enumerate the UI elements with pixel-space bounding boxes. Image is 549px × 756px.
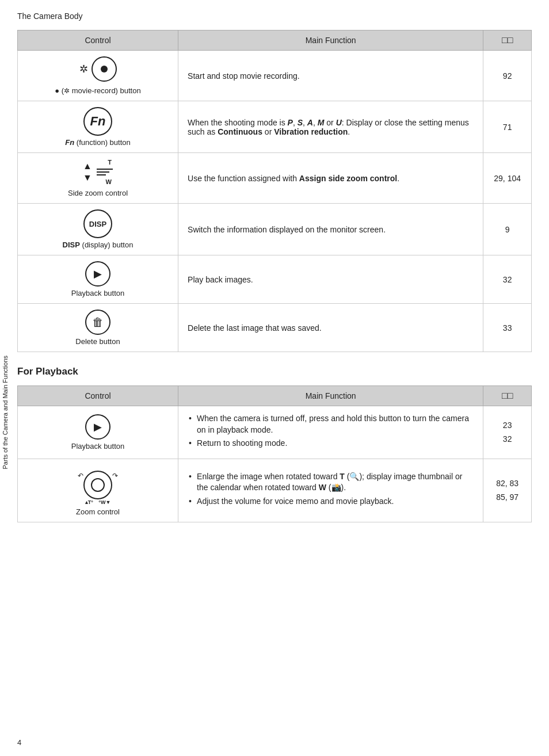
control-cell: ▶ Playback button bbox=[18, 406, 178, 459]
disp-label: DISP (display) button bbox=[25, 240, 171, 249]
function-text: Switch the information displayed on the … bbox=[188, 225, 386, 234]
zoom-w-label: °W▼ bbox=[98, 499, 110, 505]
table-row: ▶ Playback button Play back images. 32 bbox=[18, 255, 532, 304]
ref-val2: 85, 97 bbox=[496, 492, 518, 502]
control-cell: ▲ ▼ T W bbox=[18, 153, 178, 204]
delete-circle-icon: 🗑 bbox=[85, 310, 110, 335]
table-row: DISP DISP (display) button Switch the in… bbox=[18, 204, 532, 255]
fn-button-icon-group: Fn Fn (function) button bbox=[25, 107, 171, 147]
playback-button-icon-group: ▶ Playback button bbox=[25, 261, 171, 297]
function-text: Start and stop movie recording. bbox=[188, 71, 300, 81]
book-icon: □□ bbox=[502, 35, 513, 45]
ref-cell: 29, 104 bbox=[483, 153, 532, 204]
zoom-inner-ring bbox=[91, 478, 105, 492]
movie-record-button-icon bbox=[92, 56, 117, 82]
ref-val1: 23 bbox=[503, 421, 512, 430]
delete-label: Delete button bbox=[25, 337, 171, 346]
disp-circle-icon: DISP bbox=[83, 209, 112, 238]
ref-pair2: 82, 83 85, 97 bbox=[490, 479, 524, 502]
movie-record-label: ● (✲ movie-record) button bbox=[55, 86, 140, 95]
zoom-lines: T W bbox=[97, 159, 113, 185]
table-row: ▲ ▼ T W bbox=[18, 153, 532, 204]
col-header-function: Main Function bbox=[178, 30, 483, 51]
playback-button2-icon-group: ▶ Playback button bbox=[25, 414, 171, 450]
zoom-line-1 bbox=[97, 169, 113, 170]
col-header-control: Control bbox=[18, 30, 178, 51]
function-cell: Use the function assigned with Assign si… bbox=[178, 153, 483, 204]
zoom-ring-container: ↶ ↷ ▴T° °W▼ bbox=[78, 465, 118, 505]
zoom-line-3 bbox=[97, 174, 106, 175]
fn-circle-icon: Fn bbox=[83, 107, 112, 136]
page-title: The Camera Body bbox=[17, 12, 532, 21]
play-circle-icon2: ▶ bbox=[85, 414, 110, 440]
control-cell: DISP DISP (display) button bbox=[18, 204, 178, 255]
disp-button-icon-group: DISP DISP (display) button bbox=[25, 209, 171, 249]
function-cell: Enlarge the image when rotated toward T … bbox=[178, 459, 483, 522]
ref-cell: 9 bbox=[483, 204, 532, 255]
col-header-control2: Control bbox=[18, 386, 178, 406]
playback-bullet-list: When the camera is turned off, press and… bbox=[188, 413, 474, 449]
zoom-arrows-container: ▲ ▼ T W bbox=[83, 159, 113, 185]
for-playback-heading: For Playback bbox=[17, 366, 532, 377]
function-cell: Start and stop movie recording. bbox=[178, 51, 483, 101]
table-row: ✲ ● (✲ movie-record) button Start and st… bbox=[18, 51, 532, 101]
function-cell: When the shooting mode is P, S, A, M or … bbox=[178, 101, 483, 153]
zoom-line-2 bbox=[97, 171, 109, 173]
ref-pair: 23 32 bbox=[490, 421, 524, 444]
zoom-arrows: ▲ ▼ bbox=[83, 161, 92, 183]
zoom-t-label: ▴T° bbox=[85, 499, 93, 505]
down-arrow: ▼ bbox=[83, 173, 92, 183]
zoom-control2-icon-group: ↶ ↷ ▴T° °W▼ Zoom control bbox=[25, 465, 171, 516]
zoom-bullet-list: Enlarge the image when rotated toward T … bbox=[188, 471, 474, 507]
function-cell: Play back images. bbox=[178, 255, 483, 304]
function-cell: Delete the last image that was saved. bbox=[178, 304, 483, 352]
function-text: Play back images. bbox=[188, 275, 253, 284]
table-row: ▶ Playback button When the camera is tur… bbox=[18, 406, 532, 459]
control-cell: 🗑 Delete button bbox=[18, 304, 178, 352]
zoom-control-icon-group: ▲ ▼ T W bbox=[25, 159, 171, 197]
playback-table: Control Main Function □□ ▶ Playback butt… bbox=[17, 385, 532, 522]
ref-cell: 82, 83 85, 97 bbox=[483, 459, 532, 522]
function-cell: Switch the information displayed on the … bbox=[178, 204, 483, 255]
fn-label: Fn (function) button bbox=[25, 138, 171, 147]
sidebar-label: Parts of the Camera and Main Functions bbox=[0, 69, 10, 756]
movie-record-icon-group: ✲ ● (✲ movie-record) button bbox=[25, 56, 171, 95]
book-icon2: □□ bbox=[502, 391, 513, 400]
zoom-curve-arrow-right: ↷ bbox=[112, 472, 118, 480]
camera-body-table: Control Main Function □□ ✲ ● (✲ movie bbox=[17, 30, 532, 352]
ref-cell: 32 bbox=[483, 255, 532, 304]
table-row: ↶ ↷ ▴T° °W▼ Zoom control bbox=[18, 459, 532, 522]
playback-label: Playback button bbox=[25, 289, 171, 297]
zoom-tw-bottom: ▴T° °W▼ bbox=[78, 499, 118, 505]
page-number: 4 bbox=[17, 738, 21, 747]
delete-button-icon-group: 🗑 Delete button bbox=[25, 310, 171, 346]
record-dot bbox=[101, 66, 108, 72]
ref-val2: 32 bbox=[503, 434, 512, 444]
control-cell: Fn Fn (function) button bbox=[18, 101, 178, 153]
function-text: Delete the last image that was saved. bbox=[188, 323, 322, 333]
play-circle-icon: ▶ bbox=[85, 261, 110, 287]
function-cell: When the camera is turned off, press and… bbox=[178, 406, 483, 459]
ref-val1: 82, 83 bbox=[496, 479, 518, 488]
col-header-ref2: □□ bbox=[483, 386, 532, 406]
zoom-control-label2: Zoom control bbox=[25, 507, 171, 516]
ref-cell: 23 32 bbox=[483, 406, 532, 459]
control-cell: ▶ Playback button bbox=[18, 255, 178, 304]
movie-top: ✲ bbox=[79, 56, 117, 82]
ref-cell: 92 bbox=[483, 51, 532, 101]
movie-record-asterisk: ✲ bbox=[79, 63, 88, 75]
up-arrow: ▲ bbox=[83, 161, 92, 171]
bullet-item: Enlarge the image when rotated toward T … bbox=[188, 471, 474, 494]
zoom-curve-arrow-left: ↶ bbox=[78, 472, 83, 480]
playback-label2: Playback button bbox=[25, 442, 171, 450]
zoom-label: Side zoom control bbox=[68, 189, 128, 197]
table-row: 🗑 Delete button Delete the last image th… bbox=[18, 304, 532, 352]
bullet-item: When the camera is turned off, press and… bbox=[188, 413, 474, 436]
col-header-function2: Main Function bbox=[178, 386, 483, 406]
table-row: Fn Fn (function) button When the shootin… bbox=[18, 101, 532, 153]
ref-cell: 33 bbox=[483, 304, 532, 352]
control-cell: ✲ ● (✲ movie-record) button bbox=[18, 51, 178, 101]
ref-cell: 71 bbox=[483, 101, 532, 153]
bullet-item: Return to shooting mode. bbox=[188, 438, 474, 449]
bullet-item: Adjust the volume for voice memo and mov… bbox=[188, 496, 474, 507]
